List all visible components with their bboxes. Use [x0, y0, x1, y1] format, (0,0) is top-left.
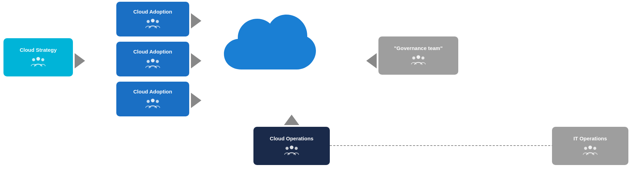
arrow-governance-cloud — [366, 53, 377, 68]
svg-point-9 — [151, 99, 155, 102]
arrow-adoption2-cloud — [191, 53, 201, 68]
arrow-adoption1-cloud — [191, 13, 201, 28]
svg-point-8 — [156, 60, 159, 63]
svg-point-18 — [588, 146, 592, 149]
svg-point-15 — [417, 55, 420, 59]
governance-team-box: "Governance team" — [378, 36, 458, 75]
svg-point-14 — [295, 147, 298, 150]
it-ops-people-icon — [583, 144, 598, 157]
arrow-strategy-adoption — [75, 53, 85, 68]
adoption3-people-icon — [145, 97, 160, 110]
operations-people-icon — [284, 144, 299, 157]
svg-point-20 — [593, 147, 596, 150]
svg-point-17 — [421, 56, 425, 59]
svg-point-0 — [36, 57, 40, 61]
dashed-line-ops-it — [330, 145, 554, 146]
it-ops-label: IT Operations — [574, 135, 607, 142]
governance-people-icon — [411, 54, 426, 66]
svg-point-5 — [156, 20, 159, 23]
svg-point-19 — [584, 147, 587, 150]
cloud-adoption-box-3: Cloud Adoption — [116, 82, 189, 116]
adoption3-label: Cloud Adoption — [133, 88, 172, 95]
governance-label: "Governance team" — [394, 45, 443, 52]
arrow-adoption3-cloud — [191, 93, 201, 108]
svg-point-10 — [147, 100, 150, 103]
cloud-graphic — [214, 7, 318, 94]
adoption2-label: Cloud Adoption — [133, 48, 172, 55]
cloud-adoption-box-1: Cloud Adoption — [116, 2, 189, 36]
svg-point-16 — [412, 56, 415, 59]
svg-point-13 — [285, 147, 288, 150]
diagram-container: Cloud Strategy Cloud Adoption Cloud Adop… — [0, 0, 644, 181]
svg-point-2 — [41, 58, 44, 61]
strategy-people-icon — [31, 56, 46, 68]
cloud-operations-box: Cloud Operations — [253, 127, 330, 165]
svg-point-6 — [151, 59, 155, 63]
svg-point-1 — [32, 58, 35, 61]
adoption1-label: Cloud Adoption — [133, 8, 172, 15]
strategy-label: Cloud Strategy — [20, 47, 57, 54]
cloud-adoption-box-2: Cloud Adoption — [116, 42, 189, 76]
svg-point-12 — [290, 146, 294, 149]
svg-point-7 — [147, 60, 150, 63]
cloud-strategy-box: Cloud Strategy — [3, 38, 73, 76]
adoption2-people-icon — [145, 57, 160, 70]
operations-label: Cloud Operations — [270, 135, 313, 142]
it-operations-box: IT Operations — [552, 127, 628, 165]
svg-point-3 — [151, 19, 155, 23]
arrow-ops-cloud — [284, 115, 299, 125]
svg-point-11 — [156, 100, 159, 103]
svg-point-4 — [147, 20, 150, 23]
adoption1-people-icon — [145, 17, 160, 30]
